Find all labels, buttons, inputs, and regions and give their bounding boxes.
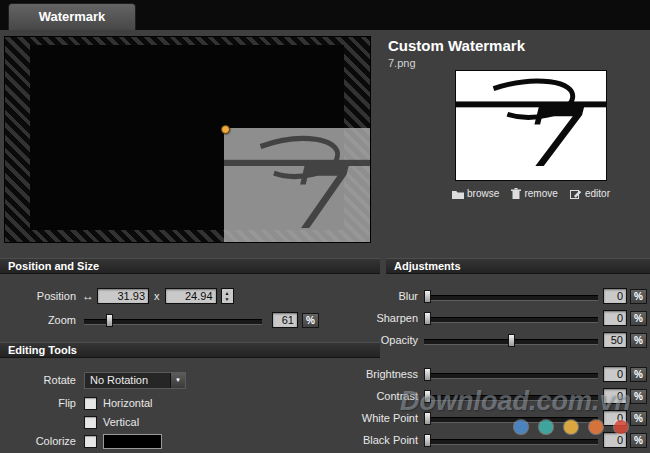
brightness-value-input[interactable]: [603, 366, 627, 382]
white-point-value-input[interactable]: [603, 410, 627, 426]
flip-horizontal-checkbox[interactable]: [84, 397, 97, 410]
black-point-slider-handle[interactable]: [424, 434, 431, 447]
opacity-row: Opacity %: [350, 332, 650, 348]
sharpen-slider[interactable]: [424, 312, 598, 325]
watermark-overlay[interactable]: 7: [224, 128, 370, 242]
brightness-slider[interactable]: [424, 368, 598, 381]
contrast-row: Contrast %: [350, 388, 650, 404]
percent-label: %: [630, 389, 647, 404]
opacity-slider[interactable]: [424, 334, 598, 347]
rotate-dropdown[interactable]: No Rotation ▼: [84, 372, 186, 389]
position-row: Position ↔ x ▲ ▼: [0, 287, 380, 305]
black-point-value-input[interactable]: [603, 432, 627, 448]
position-stepper[interactable]: ▲ ▼: [221, 288, 234, 304]
contrast-label: Contrast: [350, 390, 418, 402]
percent-label: %: [630, 367, 647, 382]
tab-label: Watermark: [39, 9, 106, 24]
contrast-value-input[interactable]: [603, 388, 627, 404]
horizontal-arrows-icon: ↔: [81, 289, 95, 303]
adjustments-header: Adjustments: [386, 258, 650, 274]
folder-icon: [452, 189, 464, 199]
position-y-input[interactable]: [165, 288, 217, 304]
percent-label: %: [630, 289, 647, 304]
blur-row: Blur %: [350, 288, 650, 304]
zoom-value-input[interactable]: [272, 312, 298, 328]
trash-icon: [511, 188, 521, 199]
sharpen-value-input[interactable]: [603, 310, 627, 326]
watermark-actions: browse remove editor: [452, 188, 610, 199]
position-x-input[interactable]: [97, 288, 149, 304]
white-point-label: White Point: [350, 412, 418, 424]
browse-button[interactable]: browse: [452, 188, 499, 199]
percent-label: %: [630, 411, 647, 426]
contrast-slider-handle[interactable]: [424, 390, 431, 403]
rotate-row: Rotate No Rotation ▼: [0, 371, 380, 389]
sharpen-row: Sharpen %: [350, 310, 650, 326]
dropdown-arrow-icon: ▼: [170, 373, 185, 388]
blur-value-input[interactable]: [603, 288, 627, 304]
flip-horizontal-row: Flip Horizontal: [0, 394, 380, 412]
brightness-label: Brightness: [350, 368, 418, 380]
preview-canvas[interactable]: 7: [4, 36, 371, 243]
tab-watermark[interactable]: Watermark: [8, 3, 136, 30]
opacity-slider-handle[interactable]: [508, 334, 515, 347]
zoom-slider[interactable]: [84, 314, 262, 327]
brightness-slider-handle[interactable]: [424, 368, 431, 381]
flip-vertical-label: Vertical: [103, 416, 139, 428]
editing-tools-header: Editing Tools: [0, 342, 380, 358]
custom-watermark-title: Custom Watermark: [388, 37, 525, 54]
black-point-label: Black Point: [350, 434, 418, 446]
zoom-slider-handle[interactable]: [106, 314, 113, 327]
flip-vertical-checkbox[interactable]: [84, 416, 97, 429]
opacity-value-input[interactable]: [603, 332, 627, 348]
sharpen-label: Sharpen: [350, 312, 418, 324]
tab-bar: Watermark: [0, 0, 650, 30]
zoom-label: Zoom: [0, 314, 76, 326]
sharpen-slider-handle[interactable]: [424, 312, 431, 325]
contrast-slider[interactable]: [424, 390, 598, 403]
svg-text:7: 7: [284, 145, 350, 242]
rotate-label: Rotate: [0, 374, 76, 386]
colorize-color-swatch[interactable]: [103, 434, 162, 449]
editor-button[interactable]: editor: [570, 188, 610, 199]
white-point-slider[interactable]: [424, 412, 598, 425]
percent-label: %: [630, 433, 647, 448]
selection-handle[interactable]: [221, 125, 230, 134]
watermark-logo-preview: 7: [224, 128, 370, 242]
blur-label: Blur: [350, 290, 418, 302]
colorize-checkbox[interactable]: [84, 435, 97, 448]
flip-label: Flip: [0, 397, 76, 409]
zoom-row: Zoom %: [0, 311, 380, 329]
watermark-logo-image: 7: [456, 71, 606, 180]
flip-horizontal-label: Horizontal: [103, 397, 153, 409]
black-point-row: Black Point %: [350, 432, 650, 448]
flip-vertical-row: Vertical: [0, 413, 380, 431]
blur-slider[interactable]: [424, 290, 598, 303]
position-label: Position: [0, 290, 76, 302]
colorize-label: Colorize: [0, 435, 76, 447]
browse-button-label: browse: [467, 188, 499, 199]
position-size-header: Position and Size: [0, 258, 380, 274]
zoom-percent-label: %: [302, 313, 319, 328]
remove-button[interactable]: remove: [511, 188, 557, 199]
black-point-slider[interactable]: [424, 434, 598, 447]
watermark-settings-window: Watermark 7 Custom Watermark 7.png 7 br: [0, 0, 650, 453]
brightness-row: Brightness %: [350, 366, 650, 382]
percent-label: %: [630, 311, 647, 326]
stepper-down-icon: ▼: [225, 296, 230, 302]
remove-button-label: remove: [524, 188, 557, 199]
svg-text:7: 7: [517, 87, 585, 180]
colorize-row: Colorize: [0, 432, 380, 450]
watermark-thumbnail: 7: [455, 70, 607, 181]
white-point-row: White Point %: [350, 410, 650, 426]
opacity-label: Opacity: [350, 334, 418, 346]
blur-slider-handle[interactable]: [424, 290, 431, 303]
axis-separator: x: [154, 290, 160, 302]
watermark-filename: 7.png: [388, 57, 416, 69]
percent-label: %: [630, 333, 647, 348]
rotate-selected-value: No Rotation: [90, 374, 148, 386]
white-point-slider-handle[interactable]: [424, 412, 431, 425]
editor-button-label: editor: [585, 188, 610, 199]
editor-icon: [570, 188, 582, 199]
